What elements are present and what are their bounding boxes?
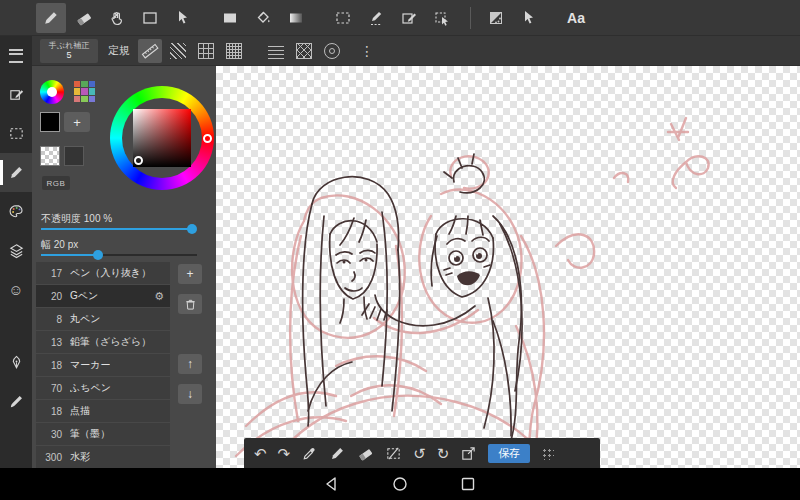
android-back-button[interactable] [323, 475, 341, 493]
pen-panel-button[interactable] [0, 153, 32, 192]
brush-settings-gear-icon[interactable]: ⚙ [154, 290, 164, 303]
rotate-cw-button[interactable]: ↻ [437, 446, 450, 461]
eraser-icon [359, 448, 372, 460]
move-tool-button[interactable] [168, 3, 198, 33]
saturation-value-knob[interactable] [134, 156, 143, 165]
brush-size: 8 [42, 314, 62, 325]
materials-panel-button[interactable]: ☺ [0, 270, 32, 309]
tool-panel: + RGB 不透明度 100 % 幅 20 px 17ペン（入り抜き） 20Gペ… [32, 66, 216, 468]
screentone-icon [491, 12, 502, 23]
smiley-icon: ☺ [8, 282, 23, 297]
color-palette-tab[interactable] [74, 81, 95, 102]
pointer-tool-button[interactable] [514, 3, 544, 33]
dense-grid-icon [226, 43, 242, 59]
rect-select-tool-button[interactable] [135, 3, 165, 33]
ruler-grid-button[interactable] [194, 39, 218, 63]
select-move-button[interactable] [427, 3, 457, 33]
pen-quick-button[interactable] [329, 445, 346, 462]
selection-button[interactable] [0, 114, 32, 153]
color-wheel-tab[interactable] [40, 80, 64, 104]
brush-size: 30 [42, 429, 62, 440]
brush-button[interactable] [0, 382, 32, 421]
canvas-edit-button[interactable] [0, 75, 32, 114]
main-menu-button[interactable] [0, 36, 32, 75]
palette-color-cell [81, 81, 87, 87]
eraser-quick-button[interactable] [357, 445, 374, 462]
brush-list-item[interactable]: 8丸ペン [36, 308, 170, 330]
marquee-select-button[interactable] [328, 3, 358, 33]
width-slider[interactable] [41, 254, 197, 256]
ruler-label: 定規 [108, 43, 130, 58]
text-tool-label: Aa [567, 10, 585, 26]
hand-icon [112, 12, 121, 24]
tone-tool-button[interactable] [481, 3, 511, 33]
stabilizer-button[interactable]: 手ぶれ補正 5 [40, 39, 98, 63]
brush-list-item[interactable]: 300水彩 [36, 446, 170, 468]
brush-list-item[interactable]: 30筆（墨） [36, 423, 170, 445]
ruler-straight-button[interactable] [138, 39, 162, 63]
move-brush-down-button[interactable]: ↓ [178, 384, 202, 404]
canvas-area[interactable]: ↶ ↷ ↺ ↻ 保存 [216, 66, 800, 468]
ruler-parallel-button[interactable] [264, 39, 288, 63]
opacity-slider[interactable] [41, 228, 197, 230]
trash-icon [186, 300, 194, 309]
ruler-crosshatch-button[interactable] [292, 39, 316, 63]
select-edit-button[interactable] [394, 3, 424, 33]
palette-color-cell [74, 96, 80, 102]
dip-pen-button[interactable] [0, 343, 32, 382]
rail-spacer [0, 309, 32, 343]
ruler-concentric-button[interactable] [320, 39, 344, 63]
shape-fill-tool-button[interactable] [215, 3, 245, 33]
pen-tool-button[interactable] [36, 3, 66, 33]
width-label: 幅 20 px [41, 238, 78, 252]
android-home-button[interactable] [391, 475, 409, 493]
layers-panel-button[interactable] [0, 231, 32, 270]
text-tool-button[interactable]: Aa [561, 3, 591, 33]
current-color-swatch[interactable] [40, 112, 60, 132]
deselect-icon [388, 447, 399, 458]
brush-list-item[interactable]: 18マーカー [36, 354, 170, 376]
ruler-dense-grid-button[interactable] [222, 39, 246, 63]
palette-color-cell [81, 96, 87, 102]
color-panel-button[interactable] [0, 192, 32, 231]
width-slider-knob[interactable] [93, 250, 103, 260]
hand-tool-button[interactable] [102, 3, 132, 33]
redo-button[interactable]: ↷ [278, 446, 291, 461]
palette-color-cell [74, 88, 80, 94]
android-recents-button[interactable] [459, 475, 477, 493]
brush-list-item[interactable]: 17ペン（入り抜き） [36, 262, 170, 284]
select-pen-button[interactable] [361, 3, 391, 33]
add-brush-button[interactable]: + [178, 264, 202, 284]
bucket-tool-button[interactable] [248, 3, 278, 33]
transparent-color-swatch[interactable] [40, 146, 60, 166]
add-color-button[interactable]: + [64, 112, 90, 132]
undo-button[interactable]: ↶ [254, 446, 267, 461]
brush-list-item[interactable]: 13鉛筆（ざらざら） [36, 331, 170, 353]
eraser-tool-button[interactable] [69, 3, 99, 33]
layers-icon [10, 245, 21, 258]
gradient-tool-button[interactable] [281, 3, 311, 33]
stabilizer-value: 5 [66, 51, 71, 60]
brush-list-item-selected[interactable]: 20Gペン⚙ [36, 285, 170, 307]
eyedropper-button[interactable] [301, 445, 318, 462]
overflow-menu-button[interactable]: ⋮ [354, 43, 380, 59]
ruler-diagonal-button[interactable] [166, 39, 190, 63]
rotate-ccw-button[interactable]: ↺ [413, 446, 426, 461]
rgb-mode-button[interactable]: RGB [42, 176, 70, 190]
width-slider-fill [41, 254, 99, 256]
secondary-color-swatch[interactable] [64, 146, 84, 166]
brush-list-item[interactable]: 18点描 [36, 400, 170, 422]
recents-square-icon [463, 479, 474, 490]
drag-handle-dots-icon[interactable] [541, 447, 554, 460]
deselect-button[interactable] [385, 445, 402, 462]
move-brush-up-button[interactable]: ↑ [178, 354, 202, 374]
opacity-slider-knob[interactable] [187, 224, 197, 234]
hue-knob[interactable] [203, 134, 212, 143]
delete-brush-button[interactable] [178, 294, 202, 314]
brush-list-item[interactable]: 70ふちペン [36, 377, 170, 399]
dashed-square-icon [10, 129, 21, 138]
home-circle-icon [394, 478, 406, 490]
export-button[interactable] [460, 445, 477, 462]
brush-size: 13 [42, 337, 62, 348]
save-button[interactable]: 保存 [488, 444, 530, 463]
